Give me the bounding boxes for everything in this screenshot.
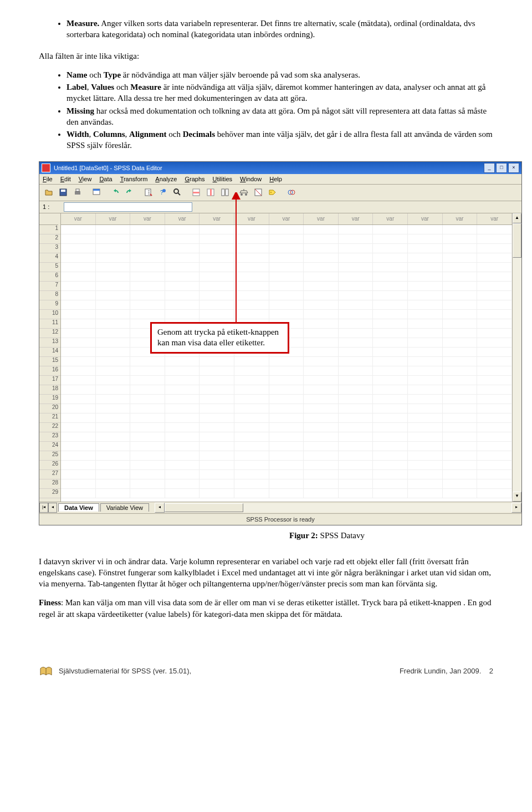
grid-cell[interactable] <box>130 282 165 290</box>
grid-cell[interactable] <box>477 479 512 488</box>
grid-cell[interactable] <box>408 432 443 441</box>
grid-cell[interactable] <box>234 291 269 300</box>
column-header[interactable]: var <box>408 213 443 224</box>
tab-variable-view[interactable]: Variable View <box>100 503 149 512</box>
grid-cell[interactable] <box>130 442 165 451</box>
grid-cell[interactable] <box>130 413 165 422</box>
grid-cell[interactable] <box>61 376 96 385</box>
grid-cell[interactable] <box>269 395 304 404</box>
grid-cell[interactable] <box>96 272 131 281</box>
grid-cell[interactable] <box>234 357 269 366</box>
row-header[interactable]: 13 <box>39 338 60 348</box>
row-header[interactable]: 11 <box>39 319 60 329</box>
grid-cell[interactable] <box>130 300 165 309</box>
grid-cell[interactable] <box>234 385 269 394</box>
grid-cell[interactable] <box>165 225 200 234</box>
grid-cell[interactable] <box>339 329 374 338</box>
grid-cell[interactable] <box>304 300 339 309</box>
grid-cell[interactable] <box>477 310 512 319</box>
menu-view[interactable]: View <box>79 176 92 182</box>
grid-cell[interactable] <box>408 225 443 234</box>
grid-cell[interactable] <box>130 432 165 441</box>
grid-cell[interactable] <box>61 338 96 347</box>
grid-cell[interactable] <box>61 442 96 451</box>
grid-cell[interactable] <box>165 470 200 479</box>
grid-cell[interactable] <box>61 310 96 319</box>
grid-cell[interactable] <box>304 319 339 328</box>
grid-cell[interactable] <box>373 432 408 441</box>
grid-cell[interactable] <box>269 291 304 300</box>
grid-cell[interactable] <box>165 357 200 366</box>
grid-cell[interactable] <box>304 376 339 385</box>
goto-case-icon[interactable] <box>142 186 155 199</box>
row-header[interactable]: 21 <box>39 413 60 423</box>
grid-cell[interactable] <box>304 395 339 404</box>
menu-analyze[interactable]: Analyze <box>155 176 177 182</box>
grid-cell[interactable] <box>373 225 408 234</box>
grid-cell[interactable] <box>234 366 269 375</box>
grid-cell[interactable] <box>443 282 478 290</box>
column-header[interactable]: var <box>130 213 165 224</box>
grid-cell[interactable] <box>130 385 165 394</box>
grid-cell[interactable] <box>304 310 339 319</box>
menu-file[interactable]: File <box>43 176 53 182</box>
grid-cell[interactable] <box>269 253 304 262</box>
grid-cell[interactable] <box>304 234 339 243</box>
grid-cell[interactable] <box>304 253 339 262</box>
grid-cell[interactable] <box>373 300 408 309</box>
menu-window[interactable]: Window <box>240 176 262 182</box>
grid-cell[interactable] <box>477 263 512 272</box>
grid-cell[interactable] <box>443 442 478 451</box>
grid-cell[interactable] <box>408 310 443 319</box>
row-header[interactable]: 3 <box>39 244 60 253</box>
column-header[interactable]: var <box>443 213 478 224</box>
grid-cell[interactable] <box>96 489 131 498</box>
grid-cell[interactable] <box>373 489 408 498</box>
grid-cell[interactable] <box>269 413 304 422</box>
grid-cell[interactable] <box>408 357 443 366</box>
row-header[interactable]: 12 <box>39 329 60 338</box>
grid-cell[interactable] <box>339 338 374 347</box>
grid-cell[interactable] <box>373 461 408 469</box>
grid-cell[interactable] <box>96 319 131 328</box>
grid-cell[interactable] <box>373 451 408 460</box>
cell-value-input[interactable] <box>64 202 192 212</box>
grid-cell[interactable] <box>96 395 131 404</box>
grid-corner[interactable] <box>39 213 58 225</box>
row-header[interactable]: 6 <box>39 272 60 282</box>
grid-cell[interactable] <box>234 300 269 309</box>
grid-cell[interactable] <box>130 310 165 319</box>
row-header[interactable]: 9 <box>39 300 60 310</box>
grid-cell[interactable] <box>477 357 512 366</box>
grid-cell[interactable] <box>304 479 339 488</box>
grid-cell[interactable] <box>477 432 512 441</box>
grid-cell[interactable] <box>408 244 443 253</box>
menu-edit[interactable]: Edit <box>60 176 71 182</box>
grid-cell[interactable] <box>408 300 443 309</box>
restore-button[interactable]: □ <box>496 163 507 173</box>
column-header[interactable]: var <box>477 213 512 224</box>
grid-cell[interactable] <box>269 442 304 451</box>
grid-cell[interactable] <box>165 461 200 469</box>
row-header[interactable]: 17 <box>39 376 60 385</box>
grid-cell[interactable] <box>61 253 96 262</box>
grid-cell[interactable] <box>443 225 478 234</box>
select-cases-icon[interactable] <box>252 186 265 199</box>
grid-cell[interactable] <box>408 413 443 422</box>
grid-cell[interactable] <box>165 253 200 262</box>
column-header[interactable]: var <box>61 213 96 224</box>
grid-cell[interactable] <box>339 385 374 394</box>
grid-cell[interactable] <box>373 291 408 300</box>
grid-cell[interactable] <box>408 366 443 375</box>
grid-cell[interactable] <box>96 376 131 385</box>
grid-cell[interactable] <box>269 263 304 272</box>
grid-cell[interactable] <box>165 244 200 253</box>
grid-cell[interactable] <box>234 282 269 290</box>
column-header[interactable]: var <box>339 213 374 224</box>
grid-cell[interactable] <box>443 272 478 281</box>
grid-cell[interactable] <box>269 451 304 460</box>
grid-cell[interactable] <box>130 479 165 488</box>
grid-cell[interactable] <box>234 376 269 385</box>
grid-cell[interactable] <box>269 376 304 385</box>
grid-cell[interactable] <box>165 423 200 432</box>
